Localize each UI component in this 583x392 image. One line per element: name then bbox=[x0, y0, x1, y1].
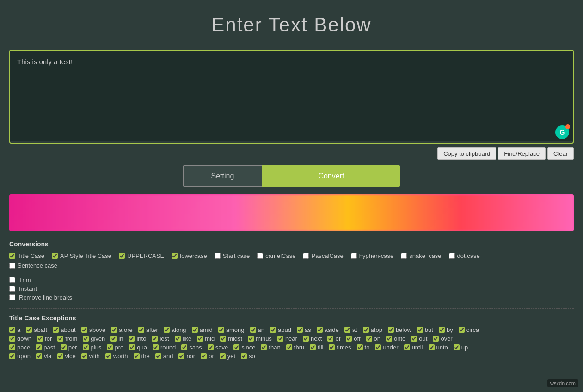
exc-save[interactable]: save bbox=[208, 344, 228, 351]
exc-near[interactable]: near bbox=[277, 335, 297, 342]
exc-thru[interactable]: thru bbox=[286, 344, 304, 351]
exc-qua[interactable]: qua bbox=[129, 344, 147, 351]
grammarly-icon[interactable]: G bbox=[555, 125, 569, 139]
conv-title-case[interactable]: Title Case bbox=[9, 252, 44, 259]
exc-abaft[interactable]: abaft bbox=[26, 326, 47, 333]
watermark: wsxdn.com bbox=[547, 379, 578, 387]
exc-but[interactable]: but bbox=[417, 326, 433, 333]
exc-among[interactable]: among bbox=[218, 326, 245, 333]
exc-by[interactable]: by bbox=[439, 326, 453, 333]
exc-with[interactable]: with bbox=[81, 353, 100, 360]
exc-like[interactable]: like bbox=[175, 335, 192, 342]
tab-setting[interactable]: Setting bbox=[183, 165, 262, 187]
conv-sentence-case[interactable]: Sentence case bbox=[9, 262, 57, 269]
exc-the[interactable]: the bbox=[134, 353, 150, 360]
exc-nor[interactable]: nor bbox=[178, 353, 195, 360]
option-trim[interactable]: Trim bbox=[9, 276, 574, 283]
conv-start-case[interactable]: Start case bbox=[215, 252, 250, 259]
exc-amid[interactable]: amid bbox=[192, 326, 213, 333]
conv-uppercase[interactable]: UPPERCASE bbox=[119, 252, 164, 259]
conv-ap-style[interactable]: AP Style Title Case bbox=[52, 252, 111, 259]
exc-for[interactable]: for bbox=[37, 335, 52, 342]
exc-circa[interactable]: circa bbox=[459, 326, 479, 333]
exc-till[interactable]: till bbox=[310, 344, 323, 351]
exc-until[interactable]: until bbox=[404, 344, 423, 351]
exc-yet[interactable]: yet bbox=[220, 353, 235, 360]
options-section: TrimInstantRemove line breaks bbox=[9, 276, 574, 309]
exc-via[interactable]: via bbox=[36, 353, 52, 360]
conv-snake-case[interactable]: snake_case bbox=[401, 252, 441, 259]
conv-pascal-case[interactable]: PascalCase bbox=[303, 252, 343, 259]
exc-a[interactable]: a bbox=[9, 326, 20, 333]
conv-hyphen-case[interactable]: hyphen-case bbox=[351, 252, 393, 259]
exc-and[interactable]: and bbox=[155, 353, 173, 360]
exc-below[interactable]: below bbox=[388, 326, 411, 333]
exc-times[interactable]: times bbox=[329, 344, 351, 351]
title-line-right bbox=[381, 25, 574, 25]
exceptions-row: aabaftaboutaboveaforeafteralongamidamong… bbox=[9, 326, 574, 333]
conversions-title: Conversions bbox=[9, 240, 574, 248]
exc-next[interactable]: next bbox=[303, 335, 322, 342]
ad-banner-inner bbox=[9, 194, 574, 231]
tab-convert[interactable]: Convert bbox=[262, 165, 400, 187]
find-replace-button[interactable]: Find/Replace bbox=[498, 147, 546, 160]
conv-lowercase[interactable]: lowercase bbox=[172, 252, 207, 259]
exc-midst[interactable]: midst bbox=[220, 335, 242, 342]
exc-vice[interactable]: vice bbox=[57, 353, 76, 360]
conversions-row-2: Sentence case bbox=[9, 262, 574, 269]
option-remove-breaks[interactable]: Remove line breaks bbox=[9, 294, 574, 301]
exc-under[interactable]: under bbox=[375, 344, 398, 351]
exc-into[interactable]: into bbox=[129, 335, 146, 342]
exc-over[interactable]: over bbox=[433, 335, 452, 342]
exc-sans[interactable]: sans bbox=[181, 344, 202, 351]
exc-on[interactable]: on bbox=[366, 335, 380, 342]
exc-round[interactable]: round bbox=[153, 344, 176, 351]
textarea-container: G bbox=[9, 50, 574, 144]
exc-at[interactable]: at bbox=[344, 326, 357, 333]
exc-given[interactable]: given bbox=[83, 335, 105, 342]
exceptions-title: Title Case Exceptions bbox=[9, 314, 574, 322]
ad-banner bbox=[9, 194, 574, 231]
exc-atop[interactable]: atop bbox=[363, 326, 382, 333]
exc-an[interactable]: an bbox=[250, 326, 264, 333]
exc-upon[interactable]: upon bbox=[9, 353, 31, 360]
exc-after[interactable]: after bbox=[138, 326, 158, 333]
exc-onto[interactable]: onto bbox=[386, 335, 405, 342]
conv-dot-case[interactable]: dot.case bbox=[449, 252, 480, 259]
clear-button[interactable]: Clear bbox=[547, 147, 574, 160]
option-instant[interactable]: Instant bbox=[9, 285, 574, 292]
exc-per[interactable]: per bbox=[61, 344, 77, 351]
exc-or[interactable]: or bbox=[201, 353, 214, 360]
exc-about[interactable]: about bbox=[53, 326, 76, 333]
exc-so[interactable]: so bbox=[241, 353, 255, 360]
exc-above[interactable]: above bbox=[81, 326, 105, 333]
exc-than[interactable]: than bbox=[261, 344, 280, 351]
exc-aside[interactable]: aside bbox=[317, 326, 339, 333]
exc-unto[interactable]: unto bbox=[429, 344, 448, 351]
exc-out[interactable]: out bbox=[411, 335, 427, 342]
copy-to-clipboard-button[interactable]: Copy to clipboard bbox=[437, 147, 496, 160]
exc-pro[interactable]: pro bbox=[107, 344, 123, 351]
exc-pace[interactable]: pace bbox=[9, 344, 30, 351]
exc-off[interactable]: off bbox=[346, 335, 360, 342]
exc-to[interactable]: to bbox=[357, 344, 370, 351]
exc-apud[interactable]: apud bbox=[270, 326, 291, 333]
exc-in[interactable]: in bbox=[110, 335, 123, 342]
exc-since[interactable]: since bbox=[233, 344, 255, 351]
exc-as[interactable]: as bbox=[297, 326, 311, 333]
exc-afore[interactable]: afore bbox=[111, 326, 133, 333]
main-textarea[interactable] bbox=[10, 51, 573, 141]
page-header: Enter Text Below bbox=[9, 9, 574, 41]
exc-lest[interactable]: lest bbox=[152, 335, 169, 342]
conv-camel-case[interactable]: camelCase bbox=[257, 252, 295, 259]
exc-plus[interactable]: plus bbox=[83, 344, 102, 351]
exc-minus[interactable]: minus bbox=[248, 335, 272, 342]
exc-mid[interactable]: mid bbox=[197, 335, 215, 342]
exc-of[interactable]: of bbox=[327, 335, 340, 342]
exc-past[interactable]: past bbox=[36, 344, 55, 351]
exc-worth[interactable]: worth bbox=[105, 353, 128, 360]
exc-up[interactable]: up bbox=[454, 344, 468, 351]
exc-along[interactable]: along bbox=[164, 326, 186, 333]
exc-down[interactable]: down bbox=[9, 335, 31, 342]
exc-from[interactable]: from bbox=[57, 335, 77, 342]
